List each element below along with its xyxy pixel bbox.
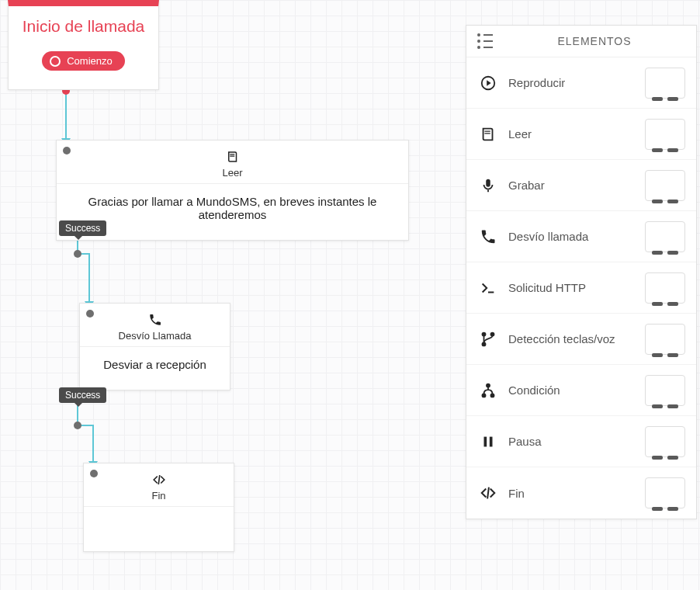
palette-item-label: Detección teclas/voz (508, 332, 636, 345)
svg-rect-9 (490, 436, 493, 446)
in-port-desvio[interactable] (86, 310, 94, 318)
code-icon (152, 471, 166, 488)
elements-panel-header: ELEMENTOS (466, 26, 696, 57)
start-title: Inicio de llamada (9, 17, 158, 36)
palette-item-label: Fin (508, 487, 636, 500)
edge-tag-success-2[interactable]: Success (59, 387, 106, 403)
palette-item-solicitud-http[interactable]: Solicitud HTTP (466, 262, 696, 314)
palette-item-label: Pausa (508, 435, 636, 448)
palette-item-reproducir[interactable]: Reproducir (466, 57, 696, 109)
palette-item-condicion[interactable]: Condición (466, 365, 696, 416)
svg-rect-8 (484, 436, 487, 446)
palette-item-thumb (645, 477, 685, 508)
node-fin-header: Fin (84, 463, 234, 507)
node-leer-header: Leer (57, 141, 408, 184)
svg-point-6 (490, 394, 494, 397)
terminal-icon (477, 279, 499, 297)
palette-item-thumb (645, 324, 685, 355)
node-desvio[interactable]: Desvío Llamada Desviar a recepción (79, 303, 230, 390)
palette-item-label: Reproducir (508, 76, 636, 89)
node-leer[interactable]: Leer Gracias por llamar a MundoSMS, en b… (56, 140, 409, 241)
condition-icon (477, 382, 499, 399)
palette-item-label: Solicitud HTTP (508, 281, 636, 294)
mic-icon (477, 177, 499, 194)
node-desvio-body: Desviar a recepción (80, 347, 230, 390)
palette-item-label: Condición (508, 384, 636, 397)
node-fin-type-label: Fin (151, 490, 165, 502)
node-fin[interactable]: Fin (83, 463, 234, 552)
start-node[interactable]: Inicio de llamada Comienzo (8, 0, 159, 90)
palette-item-label: Desvío llamada (508, 230, 636, 243)
palette-item-thumb (645, 68, 685, 99)
elements-panel: ELEMENTOS Reproducir Leer Grabar (466, 25, 697, 519)
pause-icon (477, 433, 499, 450)
phone-icon (477, 228, 499, 245)
svg-rect-1 (487, 189, 489, 192)
svg-point-3 (482, 342, 485, 345)
phone-icon (148, 311, 162, 328)
start-pill[interactable]: Comienzo (42, 51, 125, 71)
palette-item-grabar[interactable]: Grabar (466, 160, 696, 211)
palette-item-thumb (645, 375, 685, 406)
node-leer-body: Gracias por llamar a MundoSMS, en breves… (57, 184, 408, 240)
svg-point-4 (490, 332, 494, 335)
connector-joint-1[interactable] (74, 250, 81, 258)
node-fin-body (84, 507, 234, 536)
palette-item-leer[interactable]: Leer (466, 109, 696, 160)
play-icon (477, 75, 499, 92)
list-icon[interactable] (477, 33, 493, 49)
node-desvio-header: Desvío Llamada (80, 304, 230, 347)
in-port-leer[interactable] (63, 147, 71, 154)
start-pill-label: Comienzo (67, 55, 113, 67)
palette-item-deteccion-teclas-voz[interactable]: Detección teclas/voz (466, 314, 696, 365)
palette-item-pausa[interactable]: Pausa (466, 416, 696, 467)
svg-point-5 (482, 394, 485, 397)
connector-joint-2[interactable] (74, 422, 81, 429)
code-icon (477, 484, 499, 502)
start-pill-circle-icon (50, 56, 61, 67)
palette-item-thumb (645, 221, 685, 252)
palette-item-desvio-llamada[interactable]: Desvío llamada (466, 211, 696, 262)
branch-icon (477, 331, 499, 348)
in-port-fin[interactable] (90, 470, 98, 477)
svg-point-7 (487, 384, 490, 387)
edge-tag-success-1[interactable]: Success (59, 220, 106, 236)
book-icon (477, 126, 499, 143)
palette-item-thumb (645, 170, 685, 201)
node-leer-type-label: Leer (222, 167, 242, 179)
palette-item-label: Leer (508, 127, 636, 141)
elements-panel-title: ELEMENTOS (504, 35, 685, 47)
svg-point-2 (482, 332, 485, 335)
flow-canvas[interactable]: Inicio de llamada Comienzo Leer Gracias … (0, 0, 700, 590)
palette-item-thumb (645, 119, 685, 150)
palette-item-thumb (645, 272, 685, 304)
book-icon (226, 148, 240, 165)
palette-item-fin[interactable]: Fin (466, 467, 696, 519)
palette-item-thumb (645, 426, 685, 457)
node-desvio-type-label: Desvío Llamada (119, 330, 192, 342)
palette-item-label: Grabar (508, 179, 636, 192)
